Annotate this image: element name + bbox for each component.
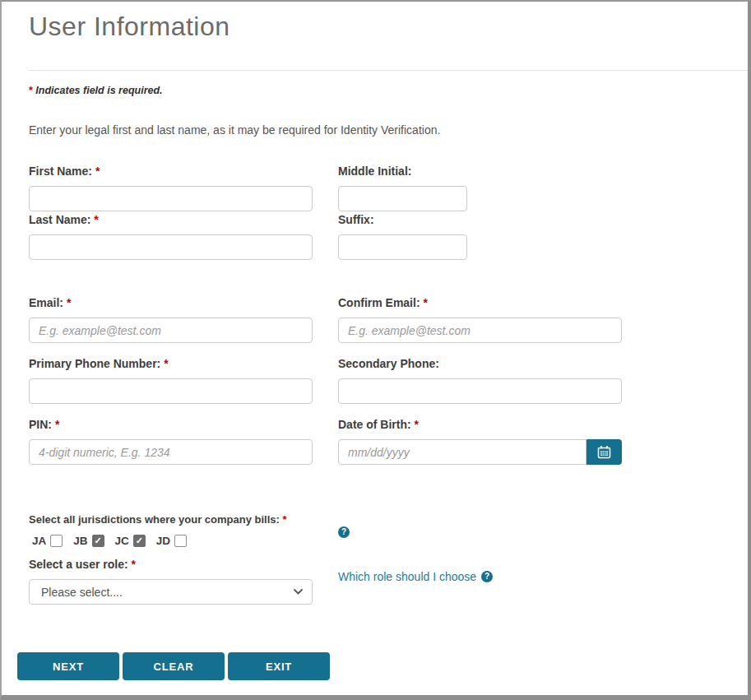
last-name-group: Last Name: * bbox=[29, 213, 313, 260]
user-role-group: Select a user role: * Please select.... bbox=[29, 558, 313, 605]
first-name-group: First Name: * bbox=[29, 165, 313, 211]
clear-button[interactable]: CLEAR bbox=[123, 652, 225, 680]
pin-group: PIN: * bbox=[29, 418, 313, 465]
primary-phone-label: Primary Phone Number: * bbox=[29, 357, 313, 370]
user-role-select-wrap: Please select.... bbox=[29, 579, 313, 605]
role-help-icon: ? bbox=[481, 571, 493, 582]
first-name-label: First Name: * bbox=[29, 165, 313, 178]
confirm-email-label: Confirm Email: * bbox=[338, 296, 622, 309]
middle-initial-group: Middle Initial: bbox=[338, 165, 467, 211]
email-label: Email: * bbox=[29, 296, 313, 309]
pin-label: PIN: * bbox=[29, 418, 313, 431]
suffix-label: Suffix: bbox=[338, 213, 467, 226]
required-asterisk: * bbox=[415, 418, 419, 431]
instruction-text: Enter your legal first and last name, as… bbox=[29, 123, 440, 137]
next-button[interactable]: NEXT bbox=[17, 652, 119, 680]
title-divider bbox=[29, 70, 748, 71]
secondary-phone-label: Secondary Phone: bbox=[338, 357, 622, 370]
last-name-input[interactable] bbox=[29, 234, 313, 260]
required-asterisk: * bbox=[94, 213, 98, 226]
middle-initial-input[interactable] bbox=[338, 186, 467, 211]
date-of-birth-group: Date of Birth: * bbox=[338, 418, 622, 465]
required-asterisk: * bbox=[55, 418, 59, 431]
jurisdiction-ja-item: JA bbox=[32, 535, 63, 547]
jurisdictions-label: Select all jurisdictions where your comp… bbox=[29, 513, 287, 526]
confirm-email-group: Confirm Email: * bbox=[338, 296, 622, 343]
jurisdiction-ja-checkbox[interactable] bbox=[50, 535, 63, 547]
jurisdiction-jc-label: JC bbox=[115, 535, 129, 547]
user-information-page: User Information * Indicates field is re… bbox=[0, 0, 751, 700]
jurisdiction-ja-label: JA bbox=[32, 535, 46, 547]
role-help-link-text: Which role should I choose bbox=[338, 570, 476, 583]
pin-input[interactable] bbox=[29, 439, 313, 465]
page-title: User Information bbox=[29, 12, 230, 42]
exit-button[interactable]: EXIT bbox=[228, 652, 330, 680]
jurisdiction-jd-checkbox[interactable] bbox=[174, 535, 187, 547]
jurisdiction-jd-label: JD bbox=[156, 535, 170, 547]
middle-initial-label: Middle Initial: bbox=[338, 165, 467, 178]
role-help-link[interactable]: Which role should I choose ? bbox=[338, 570, 493, 583]
suffix-input[interactable] bbox=[338, 234, 467, 260]
jurisdiction-jb-checkbox[interactable] bbox=[92, 535, 104, 547]
user-role-select[interactable]: Please select.... bbox=[29, 579, 313, 605]
jurisdictions-help-icon[interactable]: ? bbox=[338, 526, 350, 538]
last-name-label: Last Name: * bbox=[29, 213, 313, 226]
jurisdictions-group: Select all jurisdictions where your comp… bbox=[29, 513, 287, 547]
required-asterisk: * bbox=[423, 296, 427, 309]
action-button-bar: NEXT CLEAR EXIT bbox=[17, 652, 330, 680]
primary-phone-group: Primary Phone Number: * bbox=[29, 357, 313, 404]
calendar-button[interactable] bbox=[586, 439, 622, 465]
required-note: * Indicates field is required. bbox=[29, 85, 163, 96]
required-note-text: Indicates field is required. bbox=[35, 85, 162, 96]
required-asterisk: * bbox=[283, 513, 287, 526]
date-of-birth-input[interactable] bbox=[338, 439, 586, 465]
jurisdiction-jb-label: JB bbox=[73, 535, 87, 547]
email-input[interactable] bbox=[29, 318, 313, 343]
required-asterisk: * bbox=[132, 558, 136, 571]
jurisdiction-jd-item: JD bbox=[156, 535, 187, 547]
secondary-phone-input[interactable] bbox=[338, 378, 622, 404]
secondary-phone-group: Secondary Phone: bbox=[338, 357, 622, 404]
required-asterisk: * bbox=[29, 85, 33, 96]
date-of-birth-label: Date of Birth: * bbox=[338, 418, 622, 431]
email-group: Email: * bbox=[29, 296, 313, 343]
suffix-group: Suffix: bbox=[338, 213, 467, 260]
required-asterisk: * bbox=[67, 296, 71, 309]
jurisdiction-jc-checkbox[interactable] bbox=[133, 535, 146, 547]
required-asterisk: * bbox=[164, 357, 168, 370]
calendar-icon bbox=[597, 445, 611, 459]
jurisdictions-checkbox-row: JA JB JC JD bbox=[32, 535, 287, 547]
first-name-input[interactable] bbox=[29, 186, 313, 211]
confirm-email-input[interactable] bbox=[338, 318, 622, 343]
date-of-birth-input-row bbox=[338, 439, 622, 465]
jurisdiction-jb-item: JB bbox=[73, 535, 104, 547]
user-role-label: Select a user role: * bbox=[29, 558, 313, 571]
required-asterisk: * bbox=[95, 165, 100, 178]
primary-phone-input[interactable] bbox=[29, 378, 313, 404]
jurisdiction-jc-item: JC bbox=[115, 535, 146, 547]
